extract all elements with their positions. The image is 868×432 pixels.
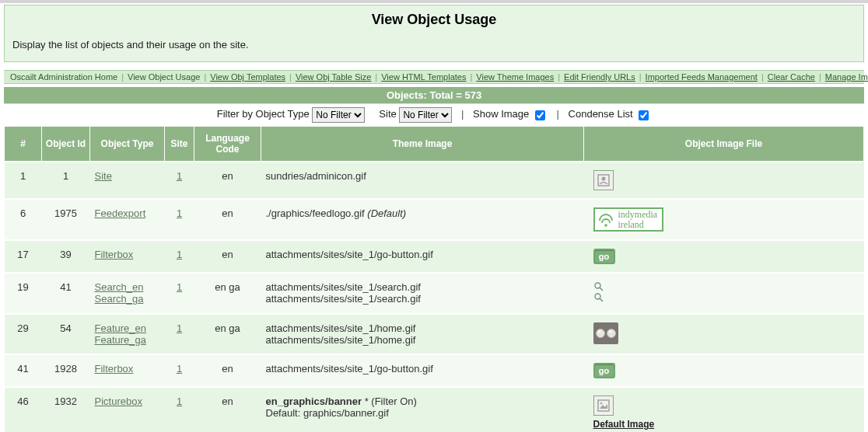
nav-link[interactable]: View Obj Templates — [207, 72, 289, 82]
page-title: View Object Usage — [12, 12, 856, 28]
nav-link[interactable]: Clear Cache — [765, 72, 818, 82]
page-subtitle: Display the list of objects and their us… — [12, 39, 856, 51]
filter-bar: Filter by Object Type No Filter Site No … — [4, 103, 864, 126]
page-header: View Object Usage Display the list of ob… — [4, 5, 864, 62]
indymedia-logo: indymediaireland — [593, 207, 664, 232]
filter-site-select[interactable]: No Filter — [399, 107, 452, 123]
col-lang: Language Code — [194, 127, 261, 162]
site-link[interactable]: 1 — [177, 207, 182, 219]
condense-checkbox[interactable] — [639, 110, 649, 120]
show-image-label: Show Image — [473, 108, 529, 120]
object-type-link[interactable]: Filterbox — [95, 249, 160, 260]
nav-link[interactable]: View Theme Images — [473, 72, 557, 82]
object-type-link[interactable]: Filterbox — [95, 363, 160, 375]
nav-link[interactable]: View HTML Templates — [378, 72, 469, 82]
image-caption: Default Image — [593, 419, 859, 430]
object-type-link[interactable]: Search_en — [95, 281, 160, 293]
site-link[interactable]: 1 — [177, 170, 182, 182]
nav-link[interactable]: View Object Usage — [124, 72, 203, 82]
nav-link[interactable]: Oscailt Administration Home — [7, 72, 121, 82]
table-row: 411928Filterbox1enattachments/sites/site… — [5, 354, 864, 387]
col-number: # — [5, 127, 42, 162]
nav-link[interactable]: View Obj Table Size — [292, 72, 374, 82]
filter-type-label: Filter by Object Type — [217, 108, 310, 120]
object-type-link[interactable]: Feedexport — [95, 207, 160, 219]
site-link[interactable]: 1 — [177, 395, 182, 407]
col-image-file: Object Image File — [584, 127, 864, 162]
condense-label: Condense List — [569, 108, 633, 120]
site-link[interactable]: 1 — [177, 281, 182, 293]
object-type-link[interactable]: Feature_en — [95, 322, 160, 334]
table-row: 1739Filterbox1enattachments/sites/site_1… — [5, 240, 864, 273]
show-image-checkbox[interactable] — [535, 110, 545, 120]
filter-site-label: Site — [379, 108, 396, 120]
totals-bar: Objects: Total = 573 — [4, 87, 864, 103]
admin-nav: Oscailt Administration Home|View Object … — [4, 70, 864, 84]
home-icon — [593, 322, 618, 344]
search-icon — [593, 281, 604, 303]
nav-link[interactable]: Edit Friendly URLs — [561, 72, 639, 82]
table-row: 2954Feature_enFeature_ga1en gaattachment… — [5, 314, 864, 354]
col-theme-image: Theme Image — [261, 127, 584, 162]
objects-table: # Object Id Object Type Site Language Co… — [4, 126, 864, 432]
go-button-icon: go — [593, 249, 615, 264]
site-link[interactable]: 1 — [177, 249, 182, 260]
col-object-id: Object Id — [42, 127, 90, 162]
nav-link[interactable]: Imported Feeds Management — [642, 72, 761, 82]
filter-type-select[interactable]: No Filter — [312, 107, 365, 123]
object-type-link[interactable]: Feature_ga — [95, 334, 160, 346]
table-row: 61975Feedexport1en./graphics/feedlogo.gi… — [5, 199, 864, 240]
admin-icon — [593, 170, 614, 190]
go-button-icon: go — [593, 363, 615, 378]
object-type-link[interactable]: Site — [95, 170, 160, 182]
col-object-type: Object Type — [90, 127, 165, 162]
table-row: 11Site1ensundries/adminicon.gif — [5, 162, 864, 199]
object-type-link[interactable]: Search_ga — [95, 293, 160, 305]
site-link[interactable]: 1 — [177, 363, 182, 375]
object-type-link[interactable]: Picturebox — [95, 395, 160, 407]
site-link[interactable]: 1 — [177, 322, 182, 334]
picture-icon — [593, 395, 614, 416]
nav-link[interactable]: Manage Images — [822, 72, 868, 82]
table-row: 1941Search_enSearch_ga1en gaattachments/… — [5, 273, 864, 314]
table-row: 461932Picturebox1enen_graphics/banner * … — [5, 387, 864, 432]
col-site: Site — [165, 127, 194, 162]
